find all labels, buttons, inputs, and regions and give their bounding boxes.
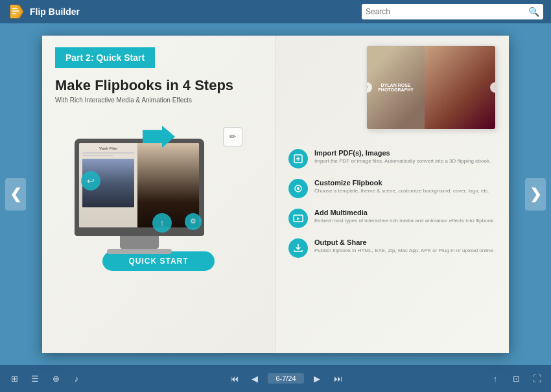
fullscreen-button[interactable]: ⛶ — [529, 371, 545, 386]
svg-rect-5 — [12, 13, 16, 14]
step-2-desc: Choose a template, theme & scene, custom… — [314, 188, 496, 194]
share-button[interactable]: ↑ — [487, 371, 503, 386]
step-4-title: Output & Share — [314, 238, 496, 246]
step-3-icon — [288, 209, 308, 228]
main-title: Make Flipbooks in 4 Steps — [55, 77, 262, 94]
step-item-3: Add Multimedia Embed most types of inter… — [288, 209, 496, 228]
step-item-2: Customize Flipbook Choose a template, th… — [288, 179, 496, 198]
search-input[interactable] — [366, 7, 526, 16]
prev-page-button[interactable]: ◀ — [247, 371, 263, 386]
page-indicator: 6-7/24 — [268, 373, 304, 384]
bottom-bar: ⊞ ☰ ⊕ ♪ ⏮ ◀ 6-7/24 ▶ ⏭ ↑ ⊡ ⛶ — [0, 365, 551, 392]
left-page: Part 2: Quick Start Make Flipbooks in 4 … — [42, 36, 276, 353]
main-content: ❮ Part 2: Quick Start Make Flipbooks in … — [0, 23, 551, 365]
last-page-button[interactable]: ⏭ — [330, 371, 346, 386]
step-1-icon — [288, 149, 308, 168]
next-page-button[interactable]: ▶ — [309, 371, 325, 386]
zoom-button[interactable]: ⊕ — [48, 371, 64, 386]
book-container: Part 2: Quick Start Make Flipbooks in 4 … — [42, 36, 509, 353]
settings-icon[interactable]: ⚙ — [185, 213, 202, 230]
flip-builder-logo-icon — [8, 3, 26, 21]
right-page: ‹ DYLAN ROSEPHOTOGRAPHY › — [276, 36, 509, 353]
sound-button[interactable]: ♪ — [69, 371, 84, 386]
steps-list: Import PDF(s), Images Import the PDF or … — [288, 149, 496, 258]
svg-rect-4 — [12, 10, 19, 12]
quick-start-button[interactable]: QUICK START — [102, 251, 214, 271]
edit-icon[interactable]: ✏ — [223, 127, 242, 146]
step-2-title: Customize Flipbook — [314, 179, 496, 187]
app-title: Flip Builder — [30, 6, 80, 17]
step-4-desc: Publish flipbook in HTML, EXE, Zip, Mac … — [314, 248, 496, 254]
flipbook-preview: ‹ DYLAN ROSEPHOTOGRAPHY › — [366, 45, 496, 130]
svg-point-8 — [297, 187, 299, 190]
step-1-title: Import PDF(s), Images — [314, 149, 496, 157]
top-bar: Flip Builder 🔍 — [0, 0, 551, 23]
download-button[interactable]: ⊡ — [508, 371, 524, 386]
svg-rect-3 — [12, 8, 18, 9]
first-page-button[interactable]: ⏮ — [226, 371, 242, 386]
prev-page-arrow[interactable]: ❮ — [5, 178, 26, 211]
grid-view-button[interactable]: ⊞ — [6, 371, 22, 386]
step-2-icon — [288, 179, 308, 198]
import-icon[interactable]: ↩ — [81, 171, 100, 190]
step-4-icon — [288, 238, 308, 258]
upload-icon[interactable]: ↑ — [152, 213, 172, 233]
step-3-title: Add Multimedia — [314, 209, 496, 216]
subtitle: With Rich Interactive Media & Animation … — [55, 97, 262, 104]
monitor-illustration: Vash Film — [75, 132, 204, 254]
search-button[interactable]: 🔍 — [528, 6, 539, 17]
step-1-desc: Import the PDF or image files. Automatic… — [314, 158, 496, 165]
part-tag: Part 2: Quick Start — [55, 47, 155, 68]
search-box[interactable]: 🔍 — [362, 4, 543, 19]
step-3-desc: Embed most types of interactive rich med… — [314, 218, 496, 224]
next-page-arrow[interactable]: ❯ — [525, 178, 546, 211]
list-view-button[interactable]: ☰ — [27, 371, 43, 386]
step-item-4: Output & Share Publish flipbook in HTML,… — [288, 238, 496, 258]
logo-area: Flip Builder — [8, 3, 355, 21]
step-item-1: Import PDF(s), Images Import the PDF or … — [288, 149, 496, 168]
flip-nav-right[interactable]: › — [490, 82, 496, 93]
